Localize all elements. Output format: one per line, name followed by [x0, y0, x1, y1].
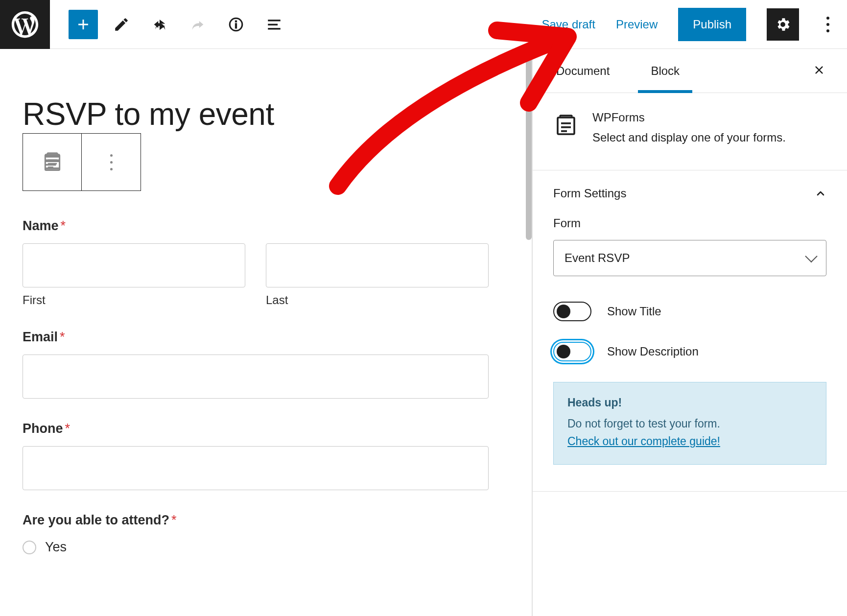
block-type-button[interactable] — [23, 134, 82, 190]
label-text: Email — [23, 330, 58, 344]
section-title: Form Settings — [553, 187, 626, 200]
close-sidebar-button[interactable] — [810, 59, 828, 83]
show-description-row: Show Description — [553, 342, 826, 361]
more-menu-button[interactable] — [820, 12, 836, 37]
undo-icon — [151, 16, 168, 33]
block-header: WPForms Select and display one of your f… — [533, 93, 847, 170]
form-block-icon — [42, 151, 63, 173]
page-title[interactable]: RSVP to my event — [23, 96, 489, 132]
main-area: RSVP to my event Name* — [0, 49, 847, 616]
required-star: * — [60, 330, 65, 344]
block-toolbar — [23, 133, 141, 191]
preview-button[interactable]: Preview — [616, 18, 658, 31]
svg-rect-11 — [561, 122, 571, 124]
field-email: Email* — [23, 330, 489, 399]
field-label: Name* — [23, 218, 489, 234]
wordpress-logo-button[interactable] — [0, 0, 50, 49]
label-text: Phone — [23, 421, 63, 436]
block-description: Select and display one of your forms. — [592, 129, 786, 146]
svg-rect-1 — [235, 23, 237, 28]
canvas-scrollbar[interactable] — [526, 49, 532, 240]
field-label: Email* — [23, 330, 489, 345]
field-name: Name* First Last — [23, 218, 489, 307]
more-vertical-icon — [110, 154, 113, 170]
svg-rect-7 — [47, 160, 56, 161]
field-label: Phone* — [23, 421, 489, 436]
field-label: Are you able to attend?* — [23, 513, 489, 528]
edit-mode-button[interactable] — [107, 10, 136, 39]
toolbar-left-group — [50, 10, 289, 39]
form-select-label: Form — [553, 216, 826, 230]
last-name-input[interactable] — [266, 243, 489, 287]
form-select[interactable]: Event RSVP — [553, 240, 826, 276]
last-sublabel: Last — [266, 293, 489, 307]
first-name-input[interactable] — [23, 243, 245, 287]
redo-icon — [189, 16, 206, 33]
top-toolbar: Save draft Preview Publish — [0, 0, 847, 49]
email-input[interactable] — [23, 355, 489, 399]
radio-label: Yes — [45, 540, 67, 555]
svg-rect-5 — [268, 28, 281, 29]
block-name: WPForms — [592, 111, 786, 124]
required-star: * — [61, 218, 66, 233]
svg-rect-3 — [268, 20, 281, 21]
notice-title: Heads up! — [567, 394, 812, 412]
more-vertical-icon — [826, 17, 829, 32]
form-settings-section: Form Settings Form Event RSVP Show Title… — [533, 170, 847, 492]
radio-option: Yes — [23, 540, 489, 555]
chevron-up-icon — [815, 188, 826, 199]
svg-rect-8 — [47, 163, 56, 165]
first-sublabel: First — [23, 293, 245, 307]
tab-document[interactable]: Document — [551, 49, 614, 93]
heads-up-notice: Heads up! Do not forget to test your for… — [553, 382, 826, 465]
editor-canvas: RSVP to my event Name* — [0, 49, 532, 616]
list-outline-icon — [266, 16, 282, 33]
required-star: * — [65, 421, 71, 436]
svg-rect-4 — [268, 24, 278, 25]
field-attend: Are you able to attend?* Yes — [23, 513, 489, 555]
show-title-toggle[interactable] — [553, 302, 591, 321]
wordpress-logo-icon — [10, 9, 40, 40]
outline-button[interactable] — [259, 10, 289, 39]
sidebar-tabs: Document Block — [533, 49, 847, 93]
notice-body: Do not forget to test your form. — [567, 417, 720, 430]
redo-button[interactable] — [183, 10, 212, 39]
add-block-button[interactable] — [69, 10, 98, 39]
svg-rect-13 — [561, 130, 567, 132]
show-title-label: Show Title — [607, 305, 661, 318]
phone-input[interactable] — [23, 446, 489, 490]
radio-input[interactable] — [23, 541, 36, 554]
content-info-button[interactable] — [221, 10, 251, 39]
info-icon — [228, 16, 244, 33]
label-text: Are you able to attend? — [23, 513, 169, 527]
settings-sidebar: Document Block WPForms Select and displa… — [532, 49, 847, 616]
block-more-button[interactable] — [82, 134, 141, 190]
settings-button[interactable] — [767, 8, 799, 41]
plus-icon — [75, 16, 92, 33]
close-icon — [814, 65, 824, 75]
toolbar-right-group: Save draft Preview Publish — [542, 8, 847, 41]
show-title-row: Show Title — [553, 302, 826, 321]
form-select-wrap: Event RSVP — [553, 240, 826, 276]
svg-rect-9 — [47, 166, 53, 168]
required-star: * — [171, 513, 177, 527]
gear-icon — [775, 16, 791, 33]
show-description-label: Show Description — [607, 345, 699, 358]
publish-button[interactable]: Publish — [678, 8, 746, 41]
svg-rect-2 — [235, 21, 237, 22]
notice-link[interactable]: Check out our complete guide! — [567, 435, 720, 448]
field-phone: Phone* — [23, 421, 489, 490]
wpforms-block-icon — [553, 113, 579, 138]
label-text: Name — [23, 218, 59, 233]
tab-block[interactable]: Block — [646, 49, 684, 93]
section-header[interactable]: Form Settings — [553, 170, 826, 216]
pencil-icon — [113, 16, 130, 33]
svg-rect-12 — [561, 126, 571, 128]
undo-button[interactable] — [145, 10, 174, 39]
save-draft-button[interactable]: Save draft — [542, 18, 595, 31]
show-description-toggle[interactable] — [553, 342, 591, 361]
